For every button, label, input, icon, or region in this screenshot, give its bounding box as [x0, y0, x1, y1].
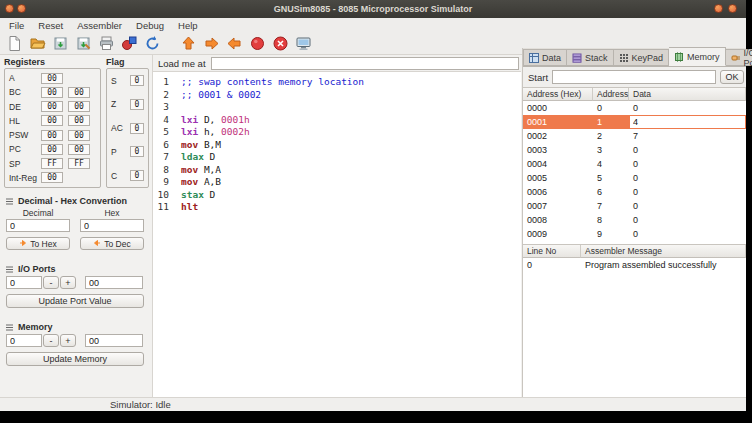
flags-title: Flag [106, 57, 149, 67]
run-back-icon[interactable] [226, 35, 243, 52]
memory-table-row[interactable]: 000227 [523, 129, 746, 143]
io-port-increment-button[interactable]: + [60, 276, 76, 289]
load-me-at-input[interactable] [211, 57, 519, 70]
memory-data-input[interactable] [630, 116, 745, 128]
memory-table-header[interactable]: Address [593, 88, 629, 101]
to-dec-button[interactable]: To Dec [80, 237, 144, 250]
menu-item-assembler[interactable]: Assembler [70, 18, 129, 33]
open-file-icon[interactable] [29, 35, 46, 52]
memory-cell-hex: 0007 [523, 199, 593, 213]
run-up-icon[interactable] [180, 35, 197, 52]
memory-decrement-button[interactable]: - [43, 334, 59, 347]
menu-item-help[interactable]: Help [171, 18, 205, 33]
right-arrow-icon [19, 239, 27, 249]
run-forward-icon[interactable] [203, 35, 220, 52]
memory-cell-hex: 0001 [523, 115, 593, 129]
register-value[interactable]: 00 [41, 73, 63, 84]
memory-cell-address: 5 [593, 171, 629, 185]
memory-table-row[interactable]: 000000 [523, 101, 746, 115]
memory-editor-header: Memory [5, 322, 152, 332]
tab-data[interactable]: Data [523, 49, 567, 66]
register-value[interactable]: FF [68, 158, 90, 169]
register-value[interactable]: 00 [68, 144, 90, 155]
code-line: 6mov B,M [153, 139, 521, 152]
hex-label: Hex [80, 208, 144, 218]
flag-value[interactable]: 0 [130, 123, 144, 134]
menu-item-file[interactable]: File [2, 18, 31, 33]
code-area[interactable]: 1;; swap contents memory location2;; 000… [153, 73, 521, 397]
message-row[interactable]: 0Program assembled successfully [523, 258, 746, 272]
register-value[interactable]: 00 [41, 101, 63, 112]
memory-table-row[interactable]: 000660 [523, 185, 746, 199]
record-icon[interactable] [249, 35, 266, 52]
register-value[interactable]: 00 [41, 87, 63, 98]
memory-value-input[interactable] [85, 334, 143, 347]
memory-increment-button[interactable]: + [60, 334, 76, 347]
save-as-icon[interactable] [75, 35, 92, 52]
window-control-dot[interactable] [714, 4, 723, 13]
window-control-dot[interactable] [5, 4, 14, 13]
hex-input[interactable] [80, 219, 144, 232]
memory-cell-address: 0 [593, 101, 629, 115]
register-value[interactable]: 00 [68, 87, 90, 98]
update-memory-button[interactable]: Update Memory [6, 352, 144, 366]
memory-table-row[interactable]: 000770 [523, 199, 746, 213]
memory-data-edit-cell[interactable] [629, 115, 746, 129]
memory-table-header[interactable]: Data [629, 88, 746, 101]
decimal-input[interactable] [6, 219, 70, 232]
memory-table-row[interactable]: 000330 [523, 143, 746, 157]
register-value[interactable]: FF [41, 158, 63, 169]
register-value[interactable]: 00 [41, 115, 63, 126]
io-ports-header: I/O Ports [5, 264, 152, 274]
memory-address-input[interactable] [6, 334, 42, 347]
flag-label: P [111, 147, 117, 157]
to-hex-button[interactable]: To Hex [6, 237, 70, 250]
register-value[interactable]: 00 [41, 144, 63, 155]
save-file-icon[interactable] [52, 35, 69, 52]
flag-value[interactable]: 0 [130, 99, 144, 110]
io-port-address-input[interactable] [6, 276, 42, 289]
register-row-hl: HL0000 [7, 115, 98, 127]
io-port-value-input[interactable] [85, 276, 143, 289]
code-text: ;; swap contents memory location [173, 76, 364, 89]
memory-table-row[interactable]: 000440 [523, 157, 746, 171]
register-label: BC [7, 87, 41, 97]
window-control-dot[interactable] [17, 4, 26, 13]
register-row-bc: BC0000 [7, 86, 98, 98]
io-port-decrement-button[interactable]: - [43, 276, 59, 289]
start-input[interactable] [552, 70, 716, 84]
memory-table-row[interactable]: 00011 [523, 115, 746, 129]
memory-cell-data: 0 [629, 199, 746, 213]
new-file-icon[interactable] [6, 35, 23, 52]
flag-value[interactable]: 0 [130, 75, 144, 86]
tab-keypad[interactable]: KeyPad [614, 49, 670, 66]
register-value[interactable]: 00 [68, 101, 90, 112]
memory-table-row[interactable]: 000550 [523, 171, 746, 185]
flag-value[interactable]: 0 [130, 170, 144, 181]
register-value[interactable]: 00 [68, 115, 90, 126]
convert-icon[interactable] [144, 35, 161, 52]
line-number: 10 [153, 189, 173, 202]
tab-memory[interactable]: Memory [669, 47, 726, 66]
register-value[interactable]: 00 [41, 172, 63, 183]
stop-icon[interactable] [272, 35, 289, 52]
flag-value[interactable]: 0 [130, 146, 144, 157]
display-icon[interactable] [295, 35, 312, 52]
memory-table-row[interactable]: 000880 [523, 213, 746, 227]
menu-item-debug[interactable]: Debug [129, 18, 171, 33]
list-icon [5, 323, 14, 332]
menu-item-reset[interactable]: Reset [31, 18, 70, 33]
memory-table-header[interactable]: Address (Hex) [523, 88, 593, 101]
update-port-value-button[interactable]: Update Port Value [6, 294, 144, 308]
code-text: mov B,M [173, 139, 221, 152]
register-value[interactable]: 00 [68, 130, 90, 141]
memory-table-row[interactable]: 000990 [523, 227, 746, 241]
window-control-dot[interactable] [728, 4, 737, 13]
print-icon[interactable] [98, 35, 115, 52]
assemble-icon[interactable] [121, 35, 138, 52]
tab-stack[interactable]: Stack [567, 49, 614, 66]
register-label: PC [7, 144, 41, 154]
register-value[interactable]: 00 [41, 130, 63, 141]
tab-i-o-ports[interactable]: I/O Ports [726, 49, 752, 66]
ok-button[interactable]: OK [720, 70, 744, 84]
